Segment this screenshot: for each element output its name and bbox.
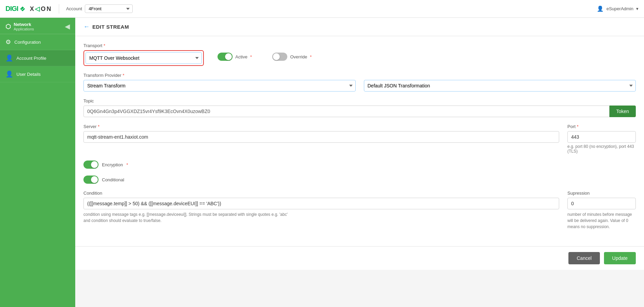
topic-group: Topic Token — [83, 98, 636, 117]
sidebar-item-label-user-details: User Details — [16, 72, 41, 77]
svg-marker-0 — [20, 6, 25, 11]
account-selector: Account 4Front — [66, 4, 133, 13]
topic-input-row: Token — [83, 106, 636, 117]
encryption-required: * — [126, 162, 128, 167]
topic-label: Topic — [83, 98, 636, 103]
transform-provider-group: Transform Provider Stream Transform None — [83, 73, 356, 92]
condition-hint: condition using message tags e.g. [[mess… — [83, 211, 289, 224]
sidebar-item-label-account-profile: Account Profile — [16, 56, 46, 61]
page-title: EDIT STREAM — [92, 24, 129, 30]
token-button[interactable]: Token — [609, 106, 636, 117]
top-header: DIGI X◁ON Account 4Front 👤 eSuperAdmin ▾ — [0, 0, 644, 18]
transport-highlight-box: MQTT Over Websocket MQTT HTTP HTTPS — [83, 50, 204, 66]
configuration-icon: ⚙ — [5, 38, 11, 46]
active-label: Active — [235, 54, 247, 59]
sidebar-item-user-details[interactable]: 👤 User Details — [0, 66, 75, 82]
active-toggle[interactable] — [218, 53, 233, 61]
conditional-toggle-track — [83, 176, 98, 184]
user-dropdown-icon[interactable]: ▾ — [636, 6, 639, 11]
header-right: 👤 eSuperAdmin ▾ — [597, 5, 639, 12]
conditional-row: Conditional — [83, 176, 636, 184]
form-body: Transport MQTT Over Websocket MQTT HTTP … — [75, 36, 644, 239]
server-port-row: Server Port e.g. port 80 (no encryption)… — [83, 124, 636, 154]
conditional-toggle-thumb — [91, 176, 98, 183]
sidebar-collapse-icon[interactable]: ◀ — [65, 23, 70, 30]
active-toggle-thumb — [225, 53, 232, 60]
port-group: Port e.g. port 80 (no encryption), port … — [567, 124, 636, 154]
user-details-icon: 👤 — [5, 70, 13, 78]
conditional-toggle[interactable] — [83, 176, 98, 184]
main-layout: ⬡ Network Applications ◀ ⚙ Configuration… — [0, 18, 644, 307]
account-profile-icon: 👤 — [5, 54, 13, 62]
port-label: Port — [567, 124, 636, 129]
digi-checkmark-icon — [19, 6, 26, 12]
encryption-toggle-group: Encryption * — [83, 161, 636, 169]
form-footer: Cancel Update — [75, 246, 644, 270]
edit-panel: ← EDIT STREAM Transport MQTT Over Websoc… — [75, 18, 644, 270]
transform-provider-label: Transform Provider — [83, 73, 356, 78]
transport-row: Transport MQTT Over Websocket MQTT HTTP … — [83, 43, 636, 66]
sidebar-section-header: ⬡ Network Applications ◀ — [0, 18, 75, 34]
conditional-label: Conditional — [102, 177, 124, 182]
network-icon: ⬡ — [5, 23, 11, 30]
server-input[interactable] — [83, 131, 559, 143]
account-label: Account — [66, 6, 82, 11]
active-override-group: Active * Override * — [218, 53, 312, 61]
header-left: DIGI X◁ON Account 4Front — [5, 4, 133, 14]
port-hint: e.g. port 80 (no encryption), port 443 (… — [567, 144, 636, 154]
override-toggle-thumb — [273, 53, 280, 60]
encryption-toggle-track — [83, 161, 98, 169]
encryption-toggle[interactable] — [83, 161, 98, 169]
override-label: Override — [290, 54, 307, 59]
supression-label: Supression — [567, 191, 636, 196]
back-button[interactable]: ← — [83, 23, 90, 30]
port-input[interactable] — [567, 131, 636, 143]
account-dropdown[interactable]: 4Front — [85, 4, 133, 13]
header-divider — [59, 4, 59, 14]
server-label: Server — [83, 124, 559, 129]
active-toggle-group: Active * — [218, 53, 252, 61]
condition-group: Condition condition using message tags e… — [83, 191, 559, 224]
update-button[interactable]: Update — [604, 252, 636, 264]
condition-label: Condition — [83, 191, 559, 196]
supression-hint: number of minutes before message will be… — [567, 211, 636, 230]
transform-provider-select[interactable]: Stream Transform None — [83, 80, 356, 92]
supression-input[interactable] — [567, 198, 636, 209]
conditional-toggle-group: Conditional — [83, 176, 636, 184]
server-group: Server — [83, 124, 559, 143]
override-toggle[interactable] — [272, 53, 287, 61]
sidebar: ⬡ Network Applications ◀ ⚙ Configuration… — [0, 18, 75, 307]
sidebar-section-label: Network — [14, 22, 34, 27]
transport-group: Transport MQTT Over Websocket MQTT HTTP … — [83, 43, 204, 66]
user-icon: 👤 — [597, 5, 604, 12]
sidebar-item-configuration[interactable]: ⚙ Configuration — [0, 34, 75, 50]
edit-header: ← EDIT STREAM — [75, 18, 644, 36]
xon-logo: X◁ON — [30, 5, 52, 13]
transport-select[interactable]: MQTT Over Websocket MQTT HTTP HTTPS — [86, 52, 202, 64]
logo-digi: DIGI — [5, 5, 26, 13]
transform-value-select[interactable]: Default JSON Transformation — [364, 80, 636, 92]
sidebar-item-label-configuration: Configuration — [14, 40, 41, 45]
condition-supression-row: Condition condition using message tags e… — [83, 191, 636, 230]
sidebar-section-sub: Applications — [14, 27, 34, 31]
active-toggle-track — [218, 53, 233, 61]
encryption-row: Encryption * — [83, 161, 636, 169]
content-area: ← EDIT STREAM Transport MQTT Over Websoc… — [75, 18, 644, 307]
transform-row: Transform Provider Stream Transform None… — [83, 73, 636, 92]
digi-logo-text: DIGI — [5, 5, 18, 13]
user-name: eSuperAdmin — [606, 6, 633, 11]
supression-group: Supression number of minutes before mess… — [567, 191, 636, 230]
sidebar-item-account-profile[interactable]: 👤 Account Profile — [0, 50, 75, 66]
override-toggle-group: Override * — [272, 53, 312, 61]
override-toggle-track — [272, 53, 287, 61]
override-required: * — [310, 54, 312, 59]
encryption-label: Encryption — [102, 162, 123, 167]
transport-label: Transport — [83, 43, 204, 48]
active-required: * — [250, 54, 252, 59]
transform-value-group: * Default JSON Transformation — [364, 73, 636, 92]
cancel-button[interactable]: Cancel — [568, 252, 600, 264]
condition-input[interactable] — [83, 198, 559, 209]
encryption-toggle-thumb — [91, 161, 98, 168]
topic-input[interactable] — [83, 106, 609, 117]
